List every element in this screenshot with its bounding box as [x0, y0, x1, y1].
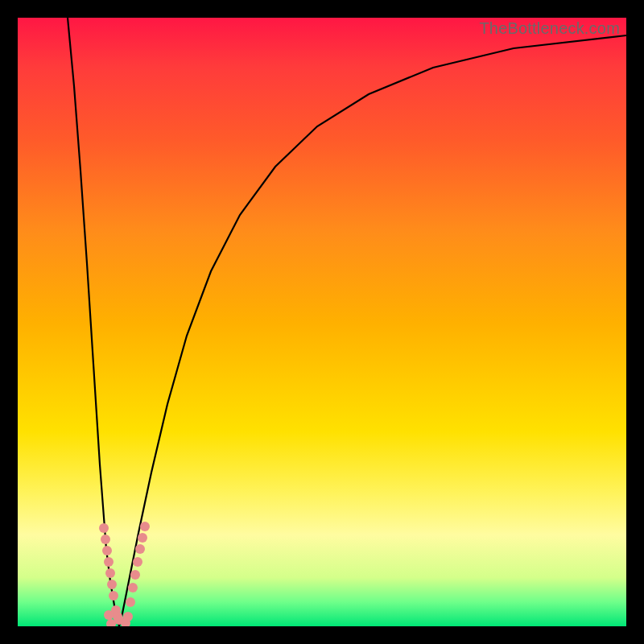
curve-layer: [18, 18, 626, 626]
data-marker: [109, 591, 118, 601]
data-marker: [105, 568, 115, 578]
data-marker: [126, 597, 135, 607]
data-marker: [130, 570, 140, 580]
left-branch-curve: [68, 18, 119, 626]
data-marker: [102, 546, 112, 555]
data-marker: [133, 557, 142, 567]
data-marker: [107, 580, 117, 589]
data-marker: [128, 583, 138, 592]
plot-area: TheBottleneck.com: [18, 18, 626, 626]
data-marker: [101, 535, 110, 544]
marker-group: [99, 522, 150, 626]
data-marker: [140, 522, 150, 531]
data-marker: [104, 610, 114, 620]
data-marker: [104, 557, 114, 567]
data-marker: [123, 612, 133, 621]
data-marker: [99, 523, 109, 533]
data-marker: [135, 544, 145, 554]
right-branch-curve: [119, 35, 626, 626]
data-marker: [138, 533, 147, 543]
